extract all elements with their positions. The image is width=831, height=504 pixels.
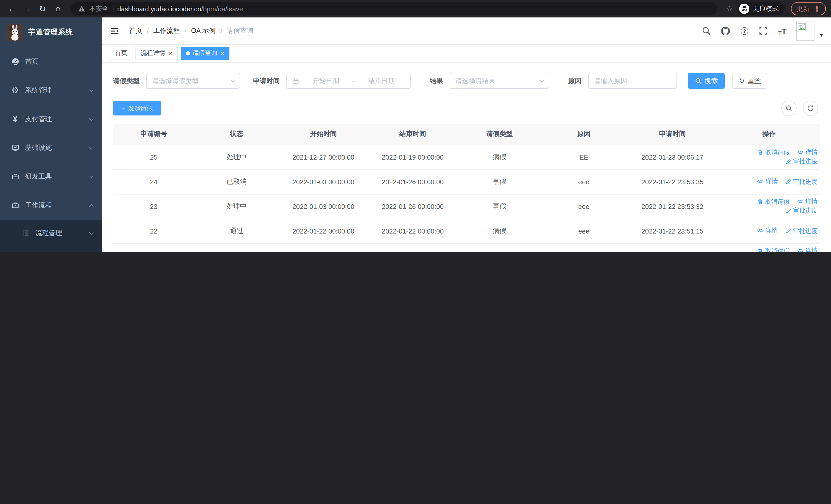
sidebar-item-process-mgmt[interactable]: 流程管理 bbox=[0, 220, 102, 246]
browser-menu-icon[interactable]: ⋮ bbox=[813, 5, 820, 12]
table-row: 21 处理中 2022-01-22 00:00:00 2022-01-23 00… bbox=[113, 243, 820, 252]
detail-link[interactable]: 详情 bbox=[757, 226, 778, 235]
sidebar-item-payment-mgmt[interactable]: ¥ 支付管理 bbox=[0, 105, 102, 134]
cell-reason: EE bbox=[542, 145, 626, 169]
table-toolbar: + 发起请假 bbox=[113, 100, 820, 116]
table-header: 申请编号 状态 开始时间 结束时间 请假类型 原因 申请时间 操作 bbox=[113, 124, 820, 145]
logo-avatar-image bbox=[6, 24, 23, 41]
reset-button[interactable]: ↻ 重置 bbox=[733, 73, 767, 89]
bookmark-star-icon[interactable]: ☆ bbox=[723, 4, 736, 13]
sidebar-item-task-mgmt[interactable]: 任务管理 bbox=[0, 246, 102, 252]
col-reason: 原因 bbox=[542, 124, 626, 145]
app-logo[interactable]: 芋道管理系统 bbox=[0, 18, 102, 47]
chevron-down-icon bbox=[540, 78, 544, 82]
cell-status: 处理中 bbox=[195, 243, 279, 252]
breadcrumb-workflow[interactable]: 工作流程 bbox=[153, 26, 180, 35]
yen-icon: ¥ bbox=[11, 115, 20, 123]
sidebar-item-system-mgmt[interactable]: ⚙ 系统管理 bbox=[0, 76, 102, 105]
divider bbox=[113, 5, 113, 12]
cell-reason: eee bbox=[542, 194, 626, 219]
security-warning-icon bbox=[78, 5, 85, 12]
address-bar[interactable]: 不安全 dashboard.yudao.iocoder.cn/bpm/oa/le… bbox=[71, 2, 717, 16]
detail-link[interactable]: 详情 bbox=[797, 148, 818, 157]
cell-actions: 取消请假 详情 审批进度 bbox=[719, 145, 820, 169]
chevron-down-icon bbox=[89, 145, 94, 149]
sidebar-item-workflow[interactable]: 工作流程 bbox=[0, 191, 102, 220]
cancel-leave-link[interactable]: 取消请假 bbox=[757, 247, 790, 252]
cell-actions: 取消请假 详情 审批进度 bbox=[719, 169, 820, 194]
help-icon[interactable]: ? bbox=[739, 26, 750, 36]
table-row: 22 通过 2022-01-22 00:00:00 2022-01-22 00:… bbox=[113, 219, 820, 243]
view-tab[interactable]: 流程详情 × bbox=[136, 47, 178, 60]
github-icon[interactable] bbox=[720, 26, 730, 36]
refresh-table-button[interactable] bbox=[803, 100, 818, 116]
approval-progress-link[interactable]: 审批进度 bbox=[785, 177, 818, 186]
sidebar-item-home[interactable]: 首页 bbox=[0, 47, 102, 76]
back-icon[interactable]: ← bbox=[5, 2, 19, 16]
forward-icon[interactable]: → bbox=[21, 2, 34, 16]
sidebar-item-infrastructure[interactable]: 基础设施 bbox=[0, 134, 102, 162]
incognito-icon bbox=[739, 4, 749, 14]
view-tab[interactable]: 首页 × bbox=[110, 47, 133, 60]
sidebar-item-dev-tools[interactable]: 研发工具 bbox=[0, 162, 102, 191]
cell-status: 已取消 bbox=[195, 169, 279, 194]
approval-progress-link[interactable]: 审批进度 bbox=[785, 157, 818, 166]
avatar[interactable] bbox=[796, 21, 815, 40]
detail-link[interactable]: 详情 bbox=[797, 247, 818, 252]
list-icon bbox=[21, 229, 30, 237]
leave-type-select[interactable]: 请选择请假类型 bbox=[146, 73, 240, 89]
result-select[interactable]: 请选择流结果 bbox=[450, 73, 549, 89]
browser-window: ← → ↻ ⌂ 不安全 dashboard.yudao.iocoder.cn/b… bbox=[0, 0, 831, 252]
fullscreen-icon[interactable] bbox=[758, 26, 769, 36]
apply-time-label: 申请时间 bbox=[253, 76, 280, 85]
col-apply-id: 申请编号 bbox=[113, 124, 195, 145]
reason-input[interactable] bbox=[588, 73, 677, 89]
sidebar: 芋道管理系统 首页 ⚙ 系统管理 ¥ 支付管理 bbox=[0, 18, 102, 252]
browser-update-button[interactable]: 更新 ⋮ bbox=[791, 2, 826, 16]
cancel-leave-link[interactable]: 取消请假 bbox=[757, 198, 790, 206]
search-button[interactable]: 搜索 bbox=[688, 73, 725, 89]
cell-leave-type: 病假 bbox=[457, 219, 542, 243]
detail-link[interactable]: 详情 bbox=[797, 197, 818, 206]
cell-reason: eee bbox=[542, 169, 626, 194]
cell-reason: eee bbox=[542, 219, 626, 243]
close-icon[interactable]: × bbox=[169, 50, 172, 57]
tags-view-bar: 首页 × 流程详情 × 请假查询 × bbox=[102, 45, 831, 62]
home-icon[interactable]: ⌂ bbox=[51, 2, 65, 16]
approval-progress-link[interactable]: 审批进度 bbox=[785, 207, 818, 215]
close-icon[interactable]: × bbox=[221, 50, 224, 57]
sidebar-collapse-icon[interactable] bbox=[110, 26, 120, 36]
search-icon[interactable] bbox=[701, 26, 712, 36]
approval-progress-link[interactable]: 审批进度 bbox=[785, 227, 818, 235]
calendar-icon bbox=[292, 77, 299, 84]
monitor-icon bbox=[11, 144, 20, 152]
start-date-placeholder: 开始日期 bbox=[302, 76, 349, 85]
breadcrumb: 首页 / 工作流程 / OA 示例 / 请假查询 bbox=[129, 26, 253, 35]
cell-start-time: 2022-01-22 00:00:00 bbox=[279, 243, 368, 252]
reload-icon[interactable]: ↻ bbox=[36, 2, 49, 16]
cell-leave-type: 事假 bbox=[457, 169, 542, 194]
col-start-time: 开始时间 bbox=[279, 124, 368, 145]
avatar-caret-icon[interactable]: ▾ bbox=[820, 32, 823, 38]
view-tab[interactable]: 请假查询 × bbox=[181, 47, 229, 60]
show-search-button[interactable] bbox=[781, 100, 797, 116]
cell-start-time: 2021-12-27 00:00:00 bbox=[279, 145, 368, 169]
cancel-leave-link[interactable]: 取消请假 bbox=[757, 148, 790, 157]
active-dot bbox=[186, 51, 190, 55]
table-row: 25 处理中 2021-12-27 00:00:00 2022-01-19 00… bbox=[113, 145, 820, 169]
font-size-icon[interactable]: TT bbox=[777, 26, 787, 36]
cell-apply-time: 2022-01-22 23:53:32 bbox=[626, 194, 719, 219]
cell-status: 处理中 bbox=[195, 194, 279, 219]
dashboard-icon bbox=[11, 57, 20, 66]
col-actions: 操作 bbox=[719, 124, 820, 145]
breadcrumb-oa-example[interactable]: OA 示例 bbox=[191, 26, 216, 35]
apply-time-range-picker[interactable]: 开始日期 - 结束日期 bbox=[286, 73, 411, 89]
cell-start-time: 2022-01-03 00:00:00 bbox=[279, 194, 368, 219]
detail-link[interactable]: 详情 bbox=[757, 177, 778, 186]
cell-actions: 取消请假 详情 审批进度 bbox=[719, 219, 820, 243]
result-label: 结果 bbox=[430, 76, 443, 85]
create-leave-button[interactable]: + 发起请假 bbox=[113, 101, 161, 116]
browser-toolbar: ← → ↻ ⌂ 不安全 dashboard.yudao.iocoder.cn/b… bbox=[0, 0, 831, 18]
breadcrumb-home[interactable]: 首页 bbox=[129, 26, 142, 35]
gear-icon: ⚙ bbox=[11, 86, 20, 95]
